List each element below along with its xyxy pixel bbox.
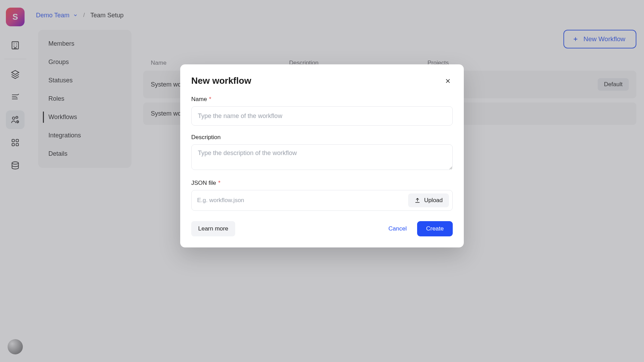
description-textarea[interactable]	[191, 144, 453, 170]
upload-label: Upload	[424, 197, 443, 204]
name-input[interactable]	[191, 106, 453, 126]
learn-more-button[interactable]: Learn more	[191, 221, 235, 236]
new-workflow-modal: New workflow Name* Description JSON file…	[180, 64, 464, 247]
json-file-label: JSON file*	[191, 180, 453, 187]
create-button[interactable]: Create	[417, 221, 453, 236]
modal-overlay: New workflow Name* Description JSON file…	[0, 0, 644, 362]
upload-icon	[414, 197, 421, 203]
modal-title: New workflow	[191, 75, 251, 86]
name-label: Name*	[191, 96, 453, 103]
json-file-row: E.g. workflow.json Upload	[191, 190, 453, 211]
cancel-button[interactable]: Cancel	[381, 221, 414, 236]
upload-button[interactable]: Upload	[408, 193, 449, 207]
close-button[interactable]	[443, 76, 453, 86]
json-file-placeholder: E.g. workflow.json	[197, 197, 404, 204]
close-icon	[444, 78, 451, 84]
description-label: Description	[191, 134, 453, 141]
